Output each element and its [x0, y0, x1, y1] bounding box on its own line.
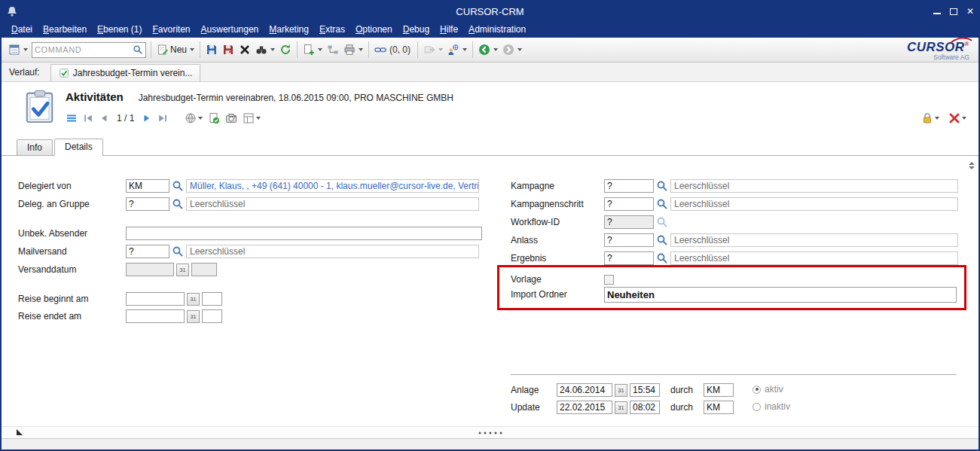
bottom-splitter[interactable]	[2, 426, 978, 438]
back-button[interactable]	[476, 41, 500, 58]
delegiert-von-input[interactable]	[126, 179, 169, 193]
nav-first-button[interactable]	[83, 113, 93, 123]
reise-endet-input[interactable]	[126, 309, 185, 323]
aktiv-radio[interactable]	[753, 385, 761, 394]
import-ordner-input[interactable]	[604, 287, 957, 303]
field-row-delegiert-von: Delegiert von Müller, Klaus, , +49 (641)…	[18, 178, 479, 194]
prev-record-icon	[99, 113, 109, 123]
menu-datei[interactable]: Datei	[6, 23, 38, 36]
command-input[interactable]	[35, 45, 133, 54]
inaktiv-radio[interactable]	[753, 403, 761, 411]
record-header-right	[921, 112, 966, 124]
update-durch-input[interactable]	[704, 401, 734, 414]
panel-collapse-icon[interactable]	[969, 162, 975, 169]
vorlage-checkbox[interactable]	[604, 275, 614, 285]
print-button[interactable]	[341, 41, 365, 58]
close-button[interactable]: ✕	[966, 7, 974, 16]
link-counter-button[interactable]: (0, 0)	[372, 41, 414, 58]
deleg-gruppe-input[interactable]	[126, 197, 169, 211]
minimize-button[interactable]	[933, 8, 941, 14]
find-button[interactable]	[253, 41, 277, 58]
search-icon[interactable]	[656, 180, 668, 192]
field-row-vorlage: Vorlage	[511, 272, 614, 287]
search-icon[interactable]	[172, 180, 184, 192]
workflow-id-input[interactable]	[604, 215, 654, 229]
new-record-button[interactable]	[301, 41, 325, 58]
anlage-time-input[interactable]	[630, 383, 660, 397]
menu-extras[interactable]: Extras	[314, 23, 350, 36]
chevron-down-icon	[318, 48, 322, 51]
calendar-icon[interactable]: 31	[615, 401, 627, 414]
kampagne-input[interactable]	[604, 179, 654, 193]
reise-beginnt-time-input[interactable]	[202, 292, 222, 306]
workflow-icon	[327, 44, 339, 56]
history-tab[interactable]: Jahresbudget-Termin verein...	[50, 64, 201, 81]
delete-record-button[interactable]	[948, 112, 966, 124]
nav-last-button[interactable]	[157, 113, 168, 123]
menu-favoriten[interactable]: Favoriten	[147, 23, 195, 36]
field-row-import-ordner: Import Ordner	[511, 287, 957, 302]
search-icon[interactable]	[172, 245, 184, 257]
anlass-input[interactable]	[604, 233, 654, 247]
header-menu-button[interactable]	[66, 112, 78, 124]
menu-marketing[interactable]: Marketing	[264, 23, 314, 36]
last-record-icon	[157, 113, 168, 123]
menu-bearbeiten[interactable]: Bearbeiten	[38, 23, 92, 36]
versanddatum-time-input[interactable]	[191, 263, 217, 276]
form-selector-button[interactable]	[6, 41, 30, 58]
unbek-absender-input[interactable]	[126, 227, 482, 240]
refresh-button[interactable]	[277, 41, 294, 58]
complete-activity-button[interactable]	[208, 112, 220, 124]
app-window: CURSOR-CRM ✕ Datei Bearbeiten Ebenen (1)…	[0, 0, 980, 451]
search-icon[interactable]	[656, 198, 668, 210]
form-icon	[8, 44, 20, 56]
detail-tabs: Info Details	[2, 136, 978, 156]
menu-hilfe[interactable]: Hilfe	[435, 23, 463, 36]
delegiert-von-display[interactable]: Müller, Klaus, , +49 (641) 40000 - 1, kl…	[186, 179, 479, 193]
contact-transfer-button[interactable]	[445, 41, 469, 58]
menu-administration[interactable]: Administration	[463, 23, 531, 36]
calendar-icon[interactable]: 31	[187, 293, 200, 306]
reise-endet-time-input[interactable]	[202, 309, 222, 323]
calendar-icon[interactable]: 31	[187, 310, 200, 323]
mask-view-button[interactable]	[243, 112, 261, 124]
update-time-input[interactable]	[630, 401, 660, 414]
forward-button[interactable]	[500, 41, 524, 58]
nav-next-button[interactable]	[142, 113, 152, 123]
update-date-input[interactable]	[557, 401, 612, 414]
versanddatum-input[interactable]	[126, 263, 174, 276]
resize-handle-icon[interactable]	[17, 429, 23, 435]
versanddatum-label: Versanddatum	[18, 264, 126, 275]
menu-auswertungen[interactable]: Auswertungen	[196, 23, 264, 36]
anlage-durch-input[interactable]	[704, 383, 734, 397]
kampagnenschritt-input[interactable]	[604, 197, 654, 211]
save-button[interactable]	[203, 41, 220, 58]
search-icon[interactable]	[172, 198, 184, 210]
search-icon[interactable]	[656, 252, 668, 264]
lock-button[interactable]	[921, 112, 939, 124]
splitter-grip-icon[interactable]	[478, 431, 502, 434]
maximize-button[interactable]	[950, 8, 957, 15]
menu-optionen[interactable]: Optionen	[350, 23, 398, 36]
export-button[interactable]	[421, 41, 445, 58]
menu-ebenen[interactable]: Ebenen (1)	[92, 23, 147, 36]
ergebnis-input[interactable]	[604, 251, 654, 265]
tab-details[interactable]: Details	[54, 139, 103, 156]
globe-actions-button[interactable]	[185, 112, 203, 124]
calendar-icon[interactable]: 31	[615, 384, 627, 397]
workflow-button[interactable]	[325, 41, 341, 58]
reise-beginnt-input[interactable]	[126, 292, 185, 306]
snapshot-button[interactable]	[225, 112, 237, 124]
menu-debug[interactable]: Debug	[398, 23, 435, 36]
discard-button[interactable]	[237, 41, 253, 58]
search-icon[interactable]	[656, 234, 668, 246]
calendar-icon[interactable]: 31	[176, 264, 189, 276]
save-close-button[interactable]	[220, 41, 237, 58]
search-icon[interactable]	[133, 44, 143, 55]
anlage-date-input[interactable]	[557, 383, 612, 397]
mailversand-input[interactable]	[126, 245, 169, 258]
tab-info[interactable]: Info	[17, 139, 53, 155]
nav-prev-button[interactable]	[99, 113, 109, 123]
field-row-versanddatum: Versanddatum 31	[18, 262, 217, 277]
neu-button[interactable]: Neu	[154, 41, 197, 58]
